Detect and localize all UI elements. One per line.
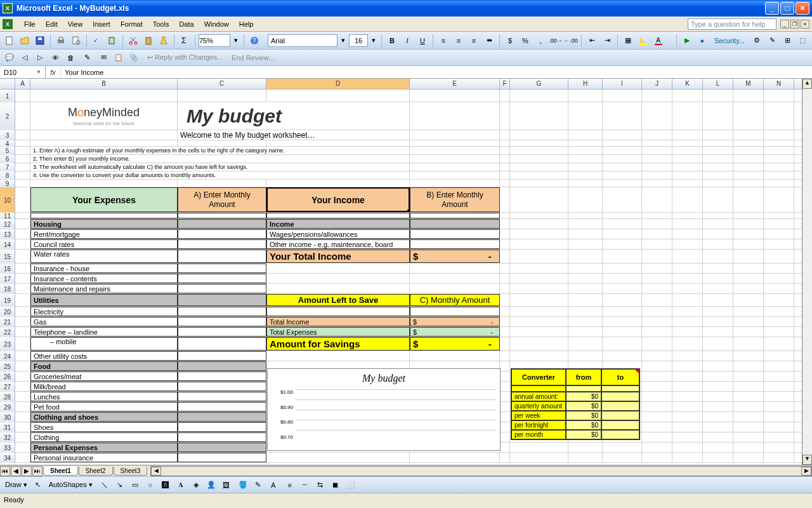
show-comment-icon[interactable]: 👁: [48, 51, 62, 65]
doc-close-button[interactable]: ×: [801, 20, 809, 29]
print-preview-icon[interactable]: [69, 34, 83, 48]
col-header-a[interactable]: A: [15, 79, 30, 89]
sheet-tab-3[interactable]: Sheet3: [114, 467, 148, 476]
dash-style-icon[interactable]: ┄: [298, 478, 312, 492]
new-icon[interactable]: [3, 34, 16, 48]
select-objects-icon[interactable]: ↖: [31, 478, 45, 492]
line-style-icon[interactable]: ≡: [283, 478, 297, 492]
font-size-combo[interactable]: [349, 34, 368, 47]
3d-icon[interactable]: ⬜: [344, 478, 358, 492]
format-painter-icon[interactable]: [157, 34, 171, 48]
col-header-f[interactable]: F: [500, 79, 510, 89]
send-mail-icon[interactable]: ✉: [96, 51, 110, 65]
font-color-icon[interactable]: A: [652, 34, 665, 48]
help-icon[interactable]: ?: [247, 34, 261, 48]
cut-icon[interactable]: [126, 34, 140, 48]
name-box[interactable]: D10▼: [0, 66, 46, 78]
converter-widget[interactable]: Converter from to annual amount:$0 quart…: [511, 368, 640, 440]
align-right-icon[interactable]: ≡: [467, 34, 481, 48]
italic-icon[interactable]: I: [400, 34, 414, 48]
menu-window[interactable]: Window: [199, 19, 234, 29]
clipart-icon[interactable]: 👤: [204, 478, 218, 492]
zoom-combo[interactable]: [199, 34, 230, 47]
merge-center-icon[interactable]: ⬌: [482, 34, 496, 48]
font-color-draw-icon[interactable]: A: [266, 478, 280, 492]
picture-icon[interactable]: 🖼: [219, 478, 233, 492]
oval-icon[interactable]: ○: [143, 478, 157, 492]
close-button[interactable]: ×: [796, 2, 809, 15]
doc-minimize-button[interactable]: _: [780, 20, 789, 29]
list-item[interactable]: Other utility costs: [30, 351, 178, 361]
scroll-left-icon[interactable]: ◀: [151, 467, 161, 476]
list-item[interactable]: Milk/bread: [30, 382, 178, 391]
col-header-c[interactable]: C: [178, 79, 266, 89]
list-item[interactable]: Shoes: [30, 422, 178, 432]
col-header-k[interactable]: K: [672, 79, 703, 89]
diagram-icon[interactable]: ◈: [189, 478, 203, 492]
textbox-icon[interactable]: 🅰: [159, 478, 173, 492]
converter-row-value[interactable]: $0: [566, 392, 601, 401]
first-sheet-icon[interactable]: ⏮: [0, 466, 10, 476]
vba-icon[interactable]: ⚙: [750, 34, 764, 48]
attach-icon[interactable]: 📎: [127, 51, 141, 65]
run-macro-icon[interactable]: ▶: [680, 34, 694, 48]
font-name-combo[interactable]: [268, 34, 337, 47]
doc-restore-button[interactable]: ❐: [790, 20, 799, 29]
list-item[interactable]: Water rates: [30, 250, 178, 263]
borders-icon[interactable]: ▦: [621, 34, 635, 48]
col-header-h[interactable]: H: [568, 79, 603, 89]
align-left-icon[interactable]: ≡: [436, 34, 450, 48]
script-editor-icon[interactable]: ⬚: [796, 34, 809, 48]
list-item[interactable]: Insurance - house: [30, 264, 178, 273]
list-item[interactable]: Groceries/meat: [30, 371, 178, 381]
list-item[interactable]: Wages/pensions/allowances: [266, 229, 410, 239]
converter-row-value[interactable]: $0: [566, 411, 601, 420]
delete-comment-icon[interactable]: 🗑: [63, 51, 77, 65]
col-header-j[interactable]: J: [642, 79, 672, 89]
spellcheck-icon[interactable]: ✓: [90, 34, 104, 48]
list-item[interactable]: Electricity: [30, 307, 178, 316]
fill-color-draw-icon[interactable]: 🪣: [236, 478, 250, 492]
research-icon[interactable]: [105, 34, 119, 48]
sheet-tab-2[interactable]: Sheet2: [79, 467, 113, 476]
paste-icon[interactable]: [141, 34, 155, 48]
prev-comment-icon[interactable]: ◁: [18, 51, 32, 65]
col-header-n[interactable]: N: [764, 79, 794, 89]
list-item[interactable]: Telephone – landline: [30, 327, 178, 337]
next-comment-icon[interactable]: ▷: [33, 51, 47, 65]
list-item[interactable]: Rent/mortgage: [30, 229, 178, 239]
menu-help[interactable]: Help: [234, 19, 259, 29]
line-color-icon[interactable]: ✎: [251, 478, 265, 492]
rectangle-icon[interactable]: ▭: [128, 478, 142, 492]
bold-icon[interactable]: B: [385, 34, 399, 48]
arrow-style-icon[interactable]: ⇆: [313, 478, 327, 492]
list-item[interactable]: Personal insurance: [30, 453, 178, 462]
last-sheet-icon[interactable]: ⏭: [32, 466, 43, 476]
converter-row-value[interactable]: $0: [566, 430, 601, 439]
new-comment-icon[interactable]: 💬: [3, 51, 16, 65]
converter-row-value[interactable]: $0: [566, 420, 601, 430]
decrease-decimal-icon[interactable]: ←.00: [564, 34, 578, 48]
list-item[interactable]: Clothing: [30, 432, 178, 442]
percent-icon[interactable]: %: [518, 34, 532, 48]
security-link[interactable]: Security...: [710, 37, 749, 44]
list-item[interactable]: Lunches: [30, 392, 178, 401]
income-header[interactable]: Your Income: [266, 187, 410, 212]
list-item[interactable]: – mobile: [30, 337, 178, 351]
select-all-corner[interactable]: [0, 79, 15, 89]
col-header-d[interactable]: D: [266, 79, 410, 89]
currency-icon[interactable]: $: [503, 34, 517, 48]
minimize-button[interactable]: _: [765, 2, 779, 15]
increase-indent-icon[interactable]: ⇥: [600, 34, 614, 48]
sheet-tab-1[interactable]: Sheet1: [43, 467, 78, 476]
col-header-b[interactable]: B: [30, 79, 178, 89]
scroll-down-icon[interactable]: ▼: [802, 455, 812, 465]
update-file-icon[interactable]: 📋: [112, 51, 126, 65]
vertical-scrollbar[interactable]: ▲ ▼: [802, 79, 812, 465]
spreadsheet-grid[interactable]: A B C D E F G H I J K L M N 1 2 MoneyMin…: [0, 79, 812, 465]
align-center-icon[interactable]: ≡: [452, 34, 466, 48]
underline-icon[interactable]: U: [416, 34, 429, 48]
menu-format[interactable]: Format: [115, 19, 148, 29]
maximize-button[interactable]: □: [780, 2, 794, 15]
help-search-input[interactable]: [688, 18, 776, 30]
